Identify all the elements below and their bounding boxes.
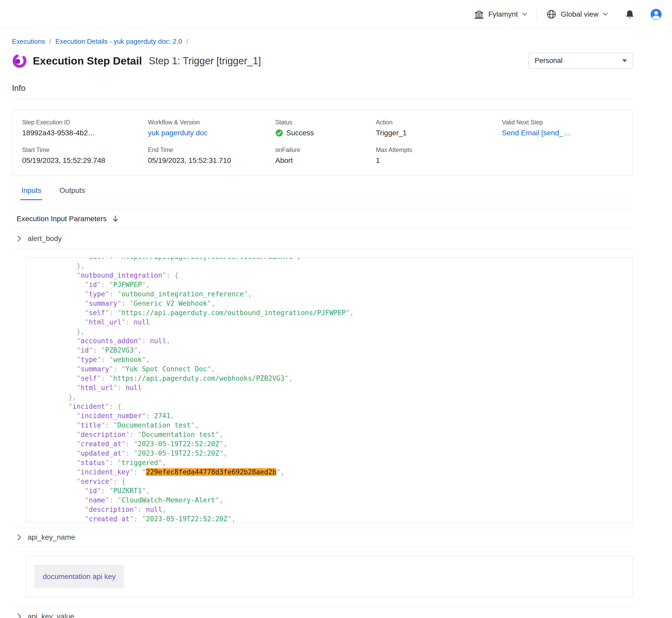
globe-icon [546,9,557,19]
json-line: "title": "Documentation test", [52,420,633,430]
info-field-label: Action [376,119,502,126]
info-field: Max Attempts1 [376,146,502,165]
caret-down-icon [622,59,627,62]
json-line: "service": { [52,477,633,486]
check-circle-icon [275,129,283,137]
info-field-value: Success [275,129,376,137]
json-line: "html_url": null [52,317,633,327]
bank-icon [474,9,484,19]
panel-alert-body-label: alert_body [27,234,62,243]
info-divider [12,99,633,99]
info-heading: Info [12,84,633,93]
breadcrumb-execution-details[interactable]: Execution Details - yuk pagerduty doc: 2… [55,37,182,45]
tab-inputs[interactable]: Inputs [20,186,42,200]
org-switcher[interactable]: Fylamynt [474,9,527,19]
info-field: Workflow & Versionyuk pagerduty doc [148,119,275,137]
fylamynt-logo-icon [12,54,27,69]
info-field-value: 05/19/2023, 15:52:29.748 [22,157,148,165]
topbar: Fylamynt Global view [0,0,672,29]
json-line: "summary": "Generic V2 Webhook", [52,299,633,308]
json-line: "name": "CloudWatch-Memory-Alert", [52,496,633,505]
panel-api-key-value[interactable]: api_key_value [12,607,633,618]
scope-select-value: Personal [535,57,563,65]
json-code: "self": "https://api.pagerduty.com/servi… [26,258,633,522]
panel-api-key-name[interactable]: api_key_name [12,528,633,547]
info-field-label: Step Execution ID [22,119,148,126]
api-key-name-card: documentation api key [26,556,633,597]
info-field: onFailureAbort [275,146,376,165]
user-avatar[interactable] [650,8,662,20]
json-line: }, [52,327,633,336]
info-field: Start Time05/19/2023, 15:52:29.748 [22,146,148,165]
json-line: "id": "PZB2VG3", [52,345,633,355]
info-field: End Time05/19/2023, 15:52:31.710 [148,146,275,165]
json-line: "self": "https://api.pagerduty.com/outbo… [52,308,633,317]
json-line: "self": "https://api.pagerduty.com/servi… [52,258,633,261]
json-line: "status": "triggered", [52,458,633,467]
panel-api-key-value-label: api_key_value [27,612,74,618]
json-line: "type": "outbound_integration_reference"… [52,289,633,299]
info-field-value: Abort [275,157,376,165]
info-field-label: Max Attempts [376,146,502,153]
json-line: "created_at": "2023-05-19T22:52:20Z", [52,514,633,522]
json-line: "id": "PUZKRT1", [52,486,633,496]
tab-bar: Inputs Outputs [12,186,633,200]
success-status-icon [275,129,283,137]
chevron-right-icon [17,613,21,618]
json-line: "id": "PJFWPEP", [52,280,633,289]
title-row: Execution Step Detail Step 1: Trigger [t… [12,52,633,70]
info-grid: Step Execution ID18992a43-9538-4b2…Workf… [22,119,623,165]
info-field: Valid Next StepSend Email [send_… [502,119,623,137]
json-line: "incident": { [52,402,633,411]
breadcrumb-executions[interactable]: Executions [12,37,45,45]
tab-outputs[interactable]: Outputs [58,186,86,200]
info-field: Step Execution ID18992a43-9538-4b2… [22,119,148,137]
scope-select[interactable]: Personal [529,53,633,69]
params-heading: Execution Input Parameters [17,215,107,223]
chevron-down-icon [522,12,527,16]
info-field-value[interactable]: yuk pagerduty doc [148,129,275,137]
json-line: "self": "https://api.pagerduty.com/webho… [52,374,633,383]
page-content: Executions / Execution Details - yuk pag… [0,37,672,618]
json-line: "html_url": null [52,383,633,392]
breadcrumb-separator: / [186,37,188,45]
view-name: Global view [561,10,599,18]
info-field-value: 18992a43-9538-4b2… [22,129,148,137]
json-line: "incident_key": "229efec8feda44778d3fe69… [52,467,633,477]
chevron-right-icon [17,235,21,242]
info-field-label: Valid Next Step [502,119,623,126]
info-field-value[interactable]: Send Email [send_… [502,129,623,137]
chevron-down-icon [603,12,608,16]
json-line: }, [52,261,633,271]
arrow-down-icon[interactable] [112,215,119,222]
info-field-value: 1 [376,157,502,165]
topbar-divider [536,8,537,20]
info-field-label: Start Time [22,146,148,153]
view-switcher[interactable]: Global view [546,9,608,19]
json-viewer[interactable]: "self": "https://api.pagerduty.com/servi… [26,258,633,522]
info-card: Step Execution ID18992a43-9538-4b2…Workf… [12,110,633,175]
notifications-bell-icon[interactable] [624,9,635,19]
json-line: "description": "Documentation test", [52,430,633,439]
page-subtitle: Step 1: Trigger [trigger_1] [149,56,261,67]
page-title: Execution Step Detail [33,55,142,67]
info-field-value: 05/19/2023, 15:52:31.710 [148,157,275,165]
breadcrumb: Executions / Execution Details - yuk pag… [12,37,633,45]
json-line: "outbound_integration": { [52,271,633,280]
info-field-label: End Time [148,146,275,153]
json-line: "summary": "Yuk Spot Connect Doc", [52,364,633,374]
chevron-right-icon [17,534,21,541]
json-line: "description": null, [52,505,633,514]
json-line: "type": "webhook", [52,355,633,364]
info-field-label: onFailure [275,146,376,153]
json-line: "accounts_addon": null, [52,336,633,345]
info-field-label: Status [275,119,376,126]
json-line: "updated_at": "2023-05-19T22:52:20Z", [52,448,633,458]
panel-alert-body[interactable]: alert_body [12,228,633,249]
panel-api-key-name-label: api_key_name [27,533,75,541]
json-line: "created_at": "2023-05-19T22:52:20Z", [52,439,633,448]
info-field: ActionTrigger_1 [376,119,502,137]
api-key-name-chip: documentation api key [34,564,124,588]
org-name: Fylamynt [488,10,518,18]
json-line: "incident_number": 2741, [52,411,633,420]
